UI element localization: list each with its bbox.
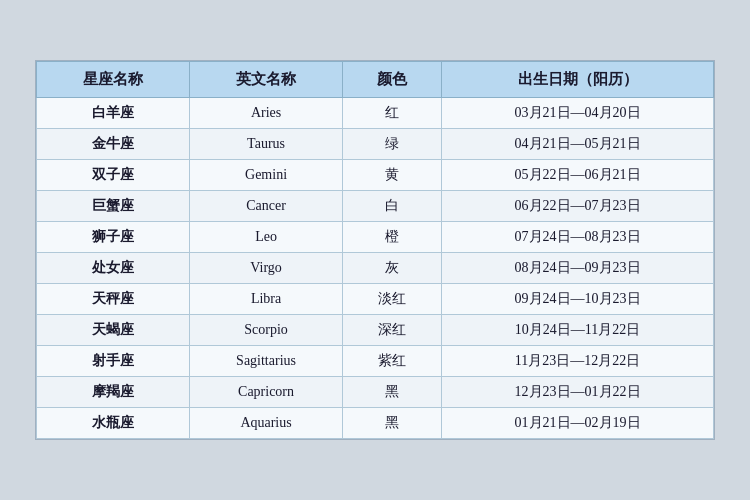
cell-row1-col0: 金牛座 bbox=[37, 129, 190, 160]
cell-row7-col2: 深红 bbox=[343, 315, 442, 346]
cell-row7-col1: Scorpio bbox=[190, 315, 343, 346]
cell-row9-col0: 摩羯座 bbox=[37, 377, 190, 408]
cell-row8-col0: 射手座 bbox=[37, 346, 190, 377]
table-row: 金牛座Taurus绿04月21日—05月21日 bbox=[37, 129, 714, 160]
cell-row6-col0: 天秤座 bbox=[37, 284, 190, 315]
cell-row2-col0: 双子座 bbox=[37, 160, 190, 191]
zodiac-table-container: 星座名称 英文名称 颜色 出生日期（阳历） 白羊座Aries红03月21日—04… bbox=[35, 60, 715, 440]
cell-row5-col0: 处女座 bbox=[37, 253, 190, 284]
cell-row10-col0: 水瓶座 bbox=[37, 408, 190, 439]
header-english-name: 英文名称 bbox=[190, 62, 343, 98]
cell-row1-col1: Taurus bbox=[190, 129, 343, 160]
table-header-row: 星座名称 英文名称 颜色 出生日期（阳历） bbox=[37, 62, 714, 98]
cell-row0-col2: 红 bbox=[343, 98, 442, 129]
table-row: 白羊座Aries红03月21日—04月20日 bbox=[37, 98, 714, 129]
table-row: 处女座Virgo灰08月24日—09月23日 bbox=[37, 253, 714, 284]
cell-row7-col0: 天蝎座 bbox=[37, 315, 190, 346]
cell-row10-col1: Aquarius bbox=[190, 408, 343, 439]
cell-row0-col0: 白羊座 bbox=[37, 98, 190, 129]
cell-row6-col2: 淡红 bbox=[343, 284, 442, 315]
cell-row5-col2: 灰 bbox=[343, 253, 442, 284]
cell-row3-col0: 巨蟹座 bbox=[37, 191, 190, 222]
cell-row8-col1: Sagittarius bbox=[190, 346, 343, 377]
cell-row9-col2: 黑 bbox=[343, 377, 442, 408]
cell-row6-col3: 09月24日—10月23日 bbox=[442, 284, 714, 315]
cell-row6-col1: Libra bbox=[190, 284, 343, 315]
cell-row1-col2: 绿 bbox=[343, 129, 442, 160]
header-date: 出生日期（阳历） bbox=[442, 62, 714, 98]
cell-row5-col1: Virgo bbox=[190, 253, 343, 284]
table-row: 水瓶座Aquarius黑01月21日—02月19日 bbox=[37, 408, 714, 439]
cell-row7-col3: 10月24日—11月22日 bbox=[442, 315, 714, 346]
table-row: 天秤座Libra淡红09月24日—10月23日 bbox=[37, 284, 714, 315]
table-row: 摩羯座Capricorn黑12月23日—01月22日 bbox=[37, 377, 714, 408]
cell-row2-col1: Gemini bbox=[190, 160, 343, 191]
header-chinese-name: 星座名称 bbox=[37, 62, 190, 98]
table-row: 巨蟹座Cancer白06月22日—07月23日 bbox=[37, 191, 714, 222]
table-row: 狮子座Leo橙07月24日—08月23日 bbox=[37, 222, 714, 253]
cell-row4-col3: 07月24日—08月23日 bbox=[442, 222, 714, 253]
cell-row4-col1: Leo bbox=[190, 222, 343, 253]
cell-row8-col3: 11月23日—12月22日 bbox=[442, 346, 714, 377]
cell-row3-col2: 白 bbox=[343, 191, 442, 222]
cell-row5-col3: 08月24日—09月23日 bbox=[442, 253, 714, 284]
table-row: 射手座Sagittarius紫红11月23日—12月22日 bbox=[37, 346, 714, 377]
cell-row10-col2: 黑 bbox=[343, 408, 442, 439]
cell-row1-col3: 04月21日—05月21日 bbox=[442, 129, 714, 160]
zodiac-table: 星座名称 英文名称 颜色 出生日期（阳历） 白羊座Aries红03月21日—04… bbox=[36, 61, 714, 439]
cell-row10-col3: 01月21日—02月19日 bbox=[442, 408, 714, 439]
cell-row9-col3: 12月23日—01月22日 bbox=[442, 377, 714, 408]
cell-row2-col2: 黄 bbox=[343, 160, 442, 191]
cell-row2-col3: 05月22日—06月21日 bbox=[442, 160, 714, 191]
header-color: 颜色 bbox=[343, 62, 442, 98]
table-row: 天蝎座Scorpio深红10月24日—11月22日 bbox=[37, 315, 714, 346]
cell-row3-col1: Cancer bbox=[190, 191, 343, 222]
cell-row0-col3: 03月21日—04月20日 bbox=[442, 98, 714, 129]
cell-row3-col3: 06月22日—07月23日 bbox=[442, 191, 714, 222]
cell-row4-col0: 狮子座 bbox=[37, 222, 190, 253]
cell-row9-col1: Capricorn bbox=[190, 377, 343, 408]
cell-row4-col2: 橙 bbox=[343, 222, 442, 253]
cell-row8-col2: 紫红 bbox=[343, 346, 442, 377]
table-row: 双子座Gemini黄05月22日—06月21日 bbox=[37, 160, 714, 191]
cell-row0-col1: Aries bbox=[190, 98, 343, 129]
